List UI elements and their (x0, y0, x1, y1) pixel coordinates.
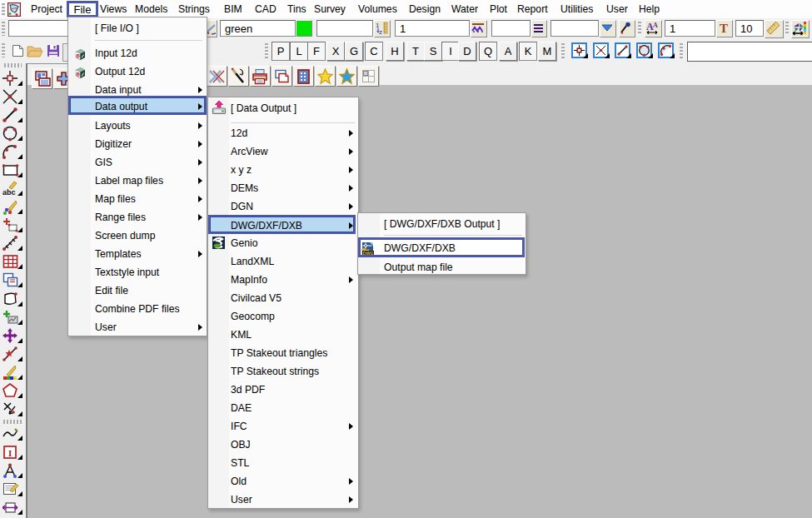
svg-text:I: I (8, 448, 12, 458)
svg-text:abc: abc (2, 188, 16, 197)
svg-text:z: z (379, 28, 382, 35)
svg-text:DWG: DWG (363, 251, 374, 255)
svg-text:A: A (653, 22, 658, 29)
svg-text:T: T (720, 22, 728, 35)
